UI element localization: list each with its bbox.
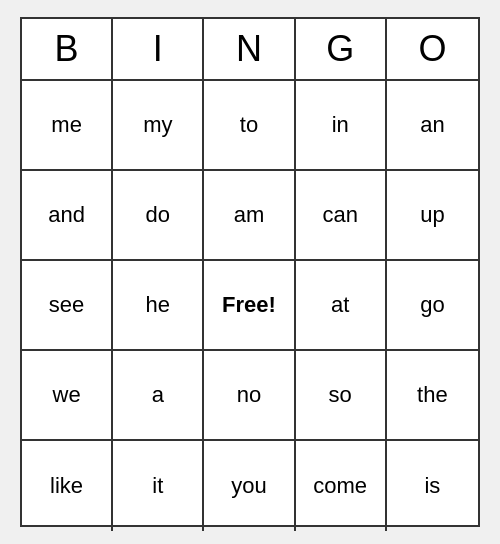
bingo-card: BINGO memytoinananddoamcanupseeheFree!at… bbox=[20, 17, 480, 527]
bingo-cell-24: is bbox=[387, 441, 478, 531]
bingo-cell-21: it bbox=[113, 441, 204, 531]
bingo-cell-8: can bbox=[296, 171, 387, 261]
bingo-cell-0: me bbox=[22, 81, 113, 171]
bingo-cell-1: my bbox=[113, 81, 204, 171]
bingo-cell-18: so bbox=[296, 351, 387, 441]
header-letter-b: B bbox=[22, 19, 113, 79]
bingo-cell-3: in bbox=[296, 81, 387, 171]
bingo-cell-11: he bbox=[113, 261, 204, 351]
header-letter-g: G bbox=[296, 19, 387, 79]
bingo-cell-16: a bbox=[113, 351, 204, 441]
bingo-cell-20: like bbox=[22, 441, 113, 531]
header-letter-n: N bbox=[204, 19, 295, 79]
header-letter-i: I bbox=[113, 19, 204, 79]
bingo-cell-5: and bbox=[22, 171, 113, 261]
bingo-cell-4: an bbox=[387, 81, 478, 171]
bingo-cell-9: up bbox=[387, 171, 478, 261]
bingo-cell-15: we bbox=[22, 351, 113, 441]
bingo-header: BINGO bbox=[22, 19, 478, 81]
bingo-cell-2: to bbox=[204, 81, 295, 171]
bingo-cell-7: am bbox=[204, 171, 295, 261]
bingo-cell-13: at bbox=[296, 261, 387, 351]
header-letter-o: O bbox=[387, 19, 478, 79]
bingo-cell-12: Free! bbox=[204, 261, 295, 351]
bingo-cell-6: do bbox=[113, 171, 204, 261]
bingo-cell-19: the bbox=[387, 351, 478, 441]
bingo-cell-10: see bbox=[22, 261, 113, 351]
bingo-cell-17: no bbox=[204, 351, 295, 441]
bingo-grid: memytoinananddoamcanupseeheFree!atgowean… bbox=[22, 81, 478, 531]
bingo-cell-23: come bbox=[296, 441, 387, 531]
bingo-cell-22: you bbox=[204, 441, 295, 531]
bingo-cell-14: go bbox=[387, 261, 478, 351]
